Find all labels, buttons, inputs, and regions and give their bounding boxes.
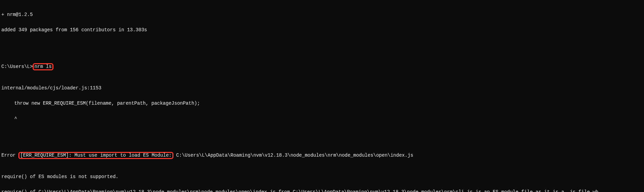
- error-line: Error [ERR_REQUIRE_ESM]: Must use import…: [1, 152, 643, 159]
- blank-line: [1, 132, 643, 137]
- loader-ref: internal/modules/cjs/loader.js:1153: [1, 86, 643, 91]
- caret: ^: [1, 116, 643, 121]
- command-line-1: C:\Users\L>nrm ls: [1, 63, 643, 70]
- require-detail-1: require() of C:\Users\L\AppData\Roaming\…: [1, 190, 643, 192]
- error-tail-path: C:\Users\L\AppData\Roaming\nvm\v12.18.3\…: [173, 153, 413, 158]
- throw-line: throw new ERR_REQUIRE_ESM(filename, pare…: [1, 101, 643, 106]
- highlight-cmd: nrm ls: [33, 63, 53, 70]
- error-label: Error: [1, 153, 16, 158]
- require-unsupported: require() of ES modules is not supported…: [1, 174, 643, 179]
- prompt: C:\Users\L>: [1, 64, 33, 69]
- install-line-1: + nrm@1.2.5: [1, 12, 643, 17]
- highlight-error: [ERR_REQUIRE_ESM]: Must use import to lo…: [18, 152, 173, 159]
- blank-line: [1, 43, 643, 48]
- terminal-output[interactable]: + nrm@1.2.5 added 349 packages from 156 …: [0, 0, 644, 192]
- install-line-2: added 349 packages from 156 contributors…: [1, 28, 643, 33]
